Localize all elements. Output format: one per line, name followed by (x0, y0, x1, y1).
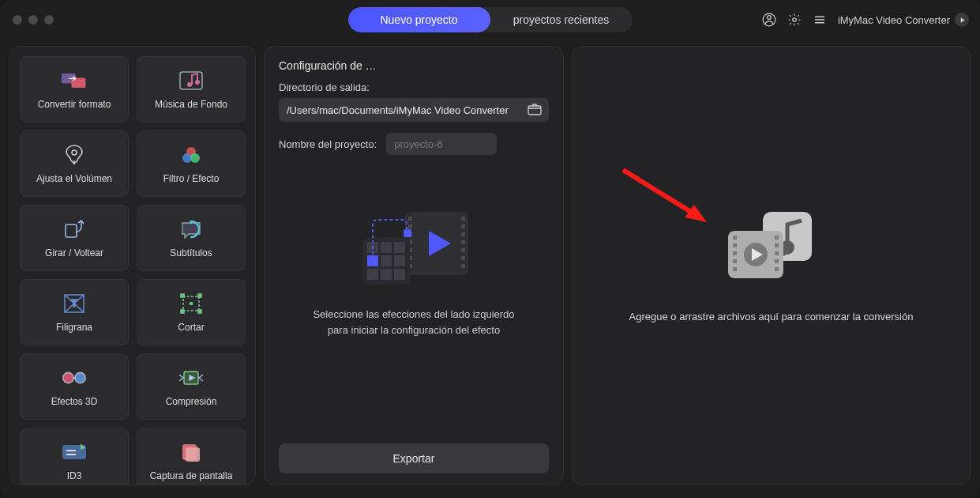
svg-rect-74 (733, 251, 737, 255)
project-tabs: Nuevo proyecto proyectos recientes (348, 7, 633, 32)
watermark-icon: T (60, 292, 88, 315)
svg-rect-47 (461, 217, 465, 221)
svg-rect-79 (775, 251, 779, 255)
account-icon[interactable] (762, 13, 776, 27)
svg-rect-80 (775, 259, 779, 263)
screenshot-icon (177, 440, 205, 464)
settings-icon[interactable] (787, 13, 802, 27)
svg-point-11 (195, 80, 200, 85)
svg-rect-75 (733, 259, 737, 263)
file-dropzone[interactable]: Agregue o arrastre archivos aquí para co… (572, 46, 971, 485)
tool-label: Música de Fondo (155, 99, 227, 110)
output-dir-input[interactable] (287, 104, 525, 116)
close-window-button[interactable] (13, 15, 22, 25)
svg-rect-57 (381, 242, 392, 253)
svg-rect-37 (186, 447, 200, 462)
export-button[interactable]: Exportar (279, 443, 549, 473)
volume-icon (60, 143, 88, 167)
app-name: iMyMac Video Converter (838, 14, 950, 26)
tool-label: ID3 (67, 470, 82, 481)
svg-point-0 (768, 16, 772, 20)
svg-rect-25 (198, 294, 201, 297)
app-brand: iMyMac Video Converter (838, 13, 969, 27)
maximize-window-button[interactable] (44, 15, 54, 25)
svg-rect-66 (404, 229, 411, 237)
config-panel: Configuración de … Directorio de salida:… (264, 46, 564, 485)
svg-rect-38 (528, 106, 541, 115)
effect-hint: Seleccione las efecciones del lado izqui… (279, 307, 549, 338)
svg-rect-53 (461, 264, 465, 268)
annotation-arrow-icon (618, 165, 713, 228)
svg-rect-52 (461, 256, 465, 260)
tool-label: Efectos 3D (51, 396, 98, 407)
minimize-window-button[interactable] (28, 15, 38, 25)
svg-rect-17 (66, 224, 77, 237)
svg-rect-50 (461, 240, 465, 244)
svg-rect-81 (775, 267, 779, 271)
config-section-title: Configuración de … (279, 59, 549, 72)
tools-sidebar: Convertir formato Música de Fondo Ajusta… (9, 46, 256, 485)
tool-label: Captura de pantalla (150, 470, 233, 481)
project-name-input[interactable] (386, 133, 497, 155)
compression-icon (177, 366, 205, 390)
svg-point-16 (190, 153, 200, 163)
tool-label: Convertir formato (38, 99, 111, 110)
svg-rect-78 (775, 243, 779, 247)
menu-icon[interactable] (813, 13, 827, 27)
svg-rect-41 (408, 224, 412, 228)
tool-adjust-volume[interactable]: Ajusta el Volúmen (20, 130, 129, 197)
tab-recent-projects[interactable]: proyectos recientes (490, 7, 633, 32)
svg-rect-49 (461, 232, 465, 236)
svg-rect-40 (408, 217, 412, 221)
tool-crop[interactable]: Cortar (137, 279, 246, 345)
tool-label: Girar / Voltear (45, 247, 103, 258)
svg-point-29 (63, 372, 73, 383)
svg-rect-48 (461, 224, 465, 228)
tool-effects-3d[interactable]: Efectos 3D (20, 353, 129, 420)
filter-effect-icon (177, 143, 205, 167)
tool-subtitles[interactable]: Subtítulos (137, 205, 246, 271)
svg-rect-62 (367, 269, 378, 280)
effect-hint-line: Seleccione las efecciones del lado izqui… (291, 307, 536, 323)
svg-marker-6 (960, 17, 964, 22)
svg-point-28 (190, 303, 193, 305)
effects-3d-icon (60, 366, 88, 390)
output-dir-row (279, 98, 549, 122)
crop-icon (177, 292, 205, 315)
dropzone-hint: Agregue o arrastre archivos aquí para co… (598, 311, 945, 323)
subtitles-icon (177, 217, 205, 241)
svg-rect-64 (394, 269, 405, 280)
tool-compression[interactable]: Compresión (137, 353, 246, 420)
svg-point-2 (793, 18, 797, 22)
svg-rect-65 (367, 255, 378, 266)
tab-new-project[interactable]: Nuevo proyecto (348, 7, 490, 32)
tool-filter-effect[interactable]: Filtro / Efecto (137, 130, 246, 197)
tool-id3[interactable]: ID3 (20, 428, 129, 485)
app-logo-icon (955, 13, 969, 27)
tool-background-music[interactable]: Música de Fondo (137, 56, 246, 123)
window-controls (13, 15, 54, 25)
tool-label: Filigrana (56, 322, 92, 333)
tool-watermark[interactable]: T Filigrana (20, 279, 129, 345)
tool-convert-format[interactable]: Convertir formato (20, 56, 129, 123)
svg-rect-27 (198, 310, 201, 313)
effect-illustration (279, 201, 549, 296)
tool-label: Subtítulos (170, 247, 212, 258)
svg-rect-8 (71, 77, 85, 88)
tool-label: Filtro / Efecto (163, 173, 220, 184)
svg-line-67 (623, 170, 697, 216)
svg-rect-51 (461, 248, 465, 252)
svg-rect-24 (181, 294, 184, 297)
titlebar: Nuevo proyecto proyectos recientes iMyMa… (0, 0, 980, 40)
svg-rect-61 (394, 255, 405, 266)
tool-screenshot[interactable]: Captura de pantalla (137, 428, 246, 485)
svg-point-30 (75, 372, 85, 383)
svg-rect-77 (775, 236, 779, 240)
browse-folder-button[interactable] (525, 101, 544, 119)
svg-rect-72 (733, 236, 737, 240)
svg-marker-68 (685, 205, 707, 222)
svg-rect-73 (733, 243, 737, 247)
project-name-label: Nombre del proyecto: (279, 138, 377, 150)
tool-rotate-flip[interactable]: Girar / Voltear (20, 205, 129, 271)
dropzone-illustration (720, 209, 823, 287)
